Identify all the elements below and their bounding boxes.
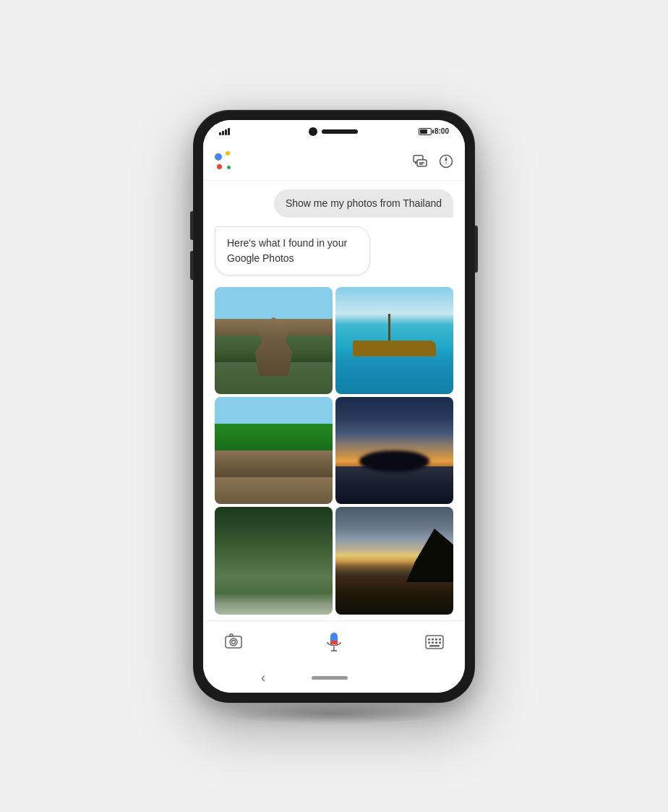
svg-rect-8 [230,634,233,636]
photo-jungle[interactable] [215,507,333,614]
volume-down-button[interactable] [190,251,193,280]
camera-lens-icon[interactable] [223,632,244,652]
status-bar-right: 8:00 [419,127,449,135]
status-bar: 8:00 [203,120,465,143]
svg-rect-20 [432,642,434,644]
svg-rect-18 [439,638,441,641]
phone-shadow [226,703,442,725]
volume-up-button[interactable] [190,211,193,240]
nav-bar: ‹ [203,664,465,693]
svg-rect-17 [435,638,437,641]
photo-boat[interactable] [335,287,453,394]
bottom-toolbar [203,620,465,664]
logo-dot-green [227,166,231,169]
user-message-text: Show me my photos from Thailand [286,197,442,209]
microphone-button[interactable] [320,628,348,657]
svg-rect-16 [432,638,434,641]
svg-rect-23 [429,645,440,647]
svg-rect-11 [330,641,338,644]
back-button[interactable]: ‹ [261,670,265,685]
scene: 8:00 [0,0,668,812]
logo-dot-blue [215,153,222,161]
logo-dot-red [217,164,222,169]
status-bar-left [219,128,248,135]
photo-dusk[interactable] [335,507,453,614]
photo-sunset[interactable] [335,397,453,504]
photo-train[interactable] [215,397,333,504]
home-pill[interactable] [312,676,348,680]
speaker [322,129,358,134]
chat-area[interactable]: Show me my photos from Thailand Here's w… [203,181,465,620]
notch-area [309,127,358,136]
svg-rect-21 [435,642,437,644]
user-message-bubble: Show me my photos from Thailand [274,189,453,218]
time-display: 8:00 [434,127,449,135]
assistant-header [203,143,465,181]
svg-rect-10 [332,633,336,640]
header-icons [413,154,453,168]
compass-icon[interactable] [439,154,453,168]
assistant-message-text: Here's what I found in your Google Photo… [227,237,347,264]
phone-screen: 8:00 [203,120,465,693]
svg-point-6 [230,638,237,646]
assistant-message-bubble: Here's what I found in your Google Photo… [215,226,370,275]
assistant-logo [215,153,235,169]
keyboard-icon[interactable] [424,632,445,652]
battery-icon [419,128,432,135]
svg-rect-19 [428,642,430,644]
svg-rect-15 [428,638,430,641]
feedback-icon[interactable] [413,154,427,168]
photo-temple[interactable] [215,287,333,394]
photo-grid [215,287,453,615]
svg-point-7 [232,641,236,644]
phone-device: 8:00 [193,110,475,703]
logo-dot-yellow [226,151,230,155]
svg-rect-22 [439,642,441,644]
front-camera [309,127,317,136]
signal-icon [219,128,248,135]
